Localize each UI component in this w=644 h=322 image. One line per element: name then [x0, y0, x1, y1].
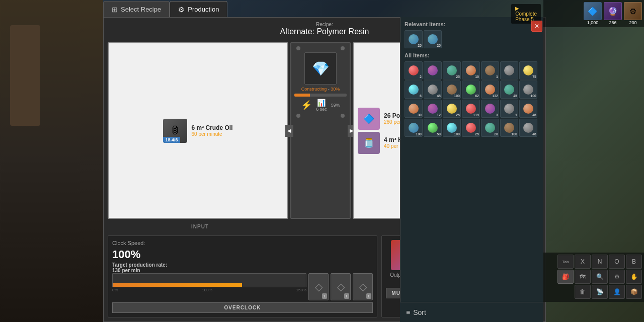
list-item[interactable]: [424, 61, 442, 79]
list-item[interactable]: 132: [481, 80, 499, 99]
select-recipe-icon: ⊞: [112, 6, 118, 14]
machine-progress-bar: [294, 94, 347, 97]
relevant-item-2[interactable]: 25: [424, 30, 442, 48]
shard-slot-1[interactable]: ◇ 1: [308, 273, 329, 300]
input-panel-label: INPUT: [108, 224, 292, 229]
machine-status: Constructing - 30%: [301, 87, 340, 92]
list-item[interactable]: 6: [405, 80, 423, 99]
toolbar-icon-extra[interactable]: 📦: [626, 285, 642, 299]
list-item[interactable]: 3: [481, 100, 499, 118]
list-item[interactable]: 12: [424, 100, 442, 118]
all-items-title: All Items:: [405, 52, 539, 58]
list-item[interactable]: 100: [443, 119, 461, 137]
tab-production-label: Production: [188, 6, 219, 13]
sort-label: Sort: [413, 308, 426, 316]
clock-title: Clock Speed:: [112, 240, 373, 246]
relevant-item-1[interactable]: 25: [405, 30, 423, 48]
shard-slot-2[interactable]: ◇ 1: [331, 273, 351, 300]
top-item-1-count: 1,000: [587, 20, 599, 25]
list-item[interactable]: 100: [500, 119, 518, 137]
tab-select-recipe[interactable]: ⊞ Select Recipe: [103, 1, 170, 17]
toolbar-icon-search[interactable]: 🔍: [592, 270, 608, 284]
toolbar-icon-settings2[interactable]: ⚙: [609, 270, 625, 284]
machine-lightning-stat: ⚡: [301, 100, 312, 111]
top-item-1: 🔷 1,000: [584, 2, 602, 25]
toolbar-row-1: Tab X N O B: [545, 255, 642, 269]
list-item[interactable]: 25: [443, 100, 461, 118]
list-item[interactable]: 2: [405, 61, 423, 79]
toolbar-icon-map[interactable]: 🗺: [575, 270, 591, 284]
top-item-2: 🔮 256: [604, 2, 622, 25]
tab-select-recipe-label: Select Recipe: [121, 6, 161, 13]
list-item[interactable]: 119: [462, 100, 480, 118]
list-item[interactable]: 100: [443, 80, 461, 99]
bar-label-0: 0%: [112, 288, 118, 292]
list-item[interactable]: 100: [405, 119, 423, 137]
right-game-ui: ▶ Complete Phase 5 🔷 1,000 🔮 256 ⚙ 200: [543, 0, 644, 322]
overclock-bar-fill: [113, 283, 242, 287]
relevant-items-grid: 25 25: [405, 30, 539, 48]
toolbar-icon-x[interactable]: X: [575, 255, 591, 269]
machine-efficiency-stat: 59%: [331, 103, 340, 108]
list-item[interactable]: 62: [462, 80, 480, 99]
list-item[interactable]: 1: [500, 100, 518, 118]
production-icon: ⚙: [178, 6, 185, 14]
machine-time: 6 sec: [316, 107, 327, 112]
toolbar-icon-hand[interactable]: ✋: [626, 270, 642, 284]
overclock-button[interactable]: OVERCLOCK: [112, 302, 373, 313]
crude-oil-name: 6 m³ Crude Oil: [191, 124, 232, 131]
list-item[interactable]: 45: [424, 80, 442, 99]
tab-production[interactable]: ⚙ Production: [170, 1, 227, 17]
target-unit: per min: [122, 268, 140, 273]
dot-left: [296, 46, 300, 50]
toolbar-icon-inventory[interactable]: 🎒: [557, 270, 574, 284]
objective-prefix: ▶: [515, 6, 519, 11]
toolbar-icon-delete[interactable]: 🗑: [575, 285, 591, 299]
overclock-bar: [112, 273, 306, 287]
toolbar-icon-wifi[interactable]: 📡: [592, 285, 608, 299]
top-item-3-count: 200: [629, 20, 636, 25]
top-item-2-count: 256: [609, 20, 616, 25]
list-item[interactable]: 25: [462, 119, 480, 137]
dot-right: [341, 46, 345, 50]
list-item[interactable]: 1: [481, 61, 499, 79]
crude-oil-count: 18.4/6: [163, 137, 180, 143]
top-item-2-icon: 🔮: [604, 2, 622, 20]
top-item-3-icon: ⚙: [624, 2, 642, 20]
shard-slot-3[interactable]: ◇ 1: [353, 273, 373, 300]
list-item[interactable]: 46: [519, 119, 537, 137]
toolbar-row-2: 🎒 🗺 🔍 ⚙ ✋: [545, 270, 642, 284]
polymer-resin-icon: 🔷: [358, 108, 380, 130]
close-button[interactable]: ✕: [531, 21, 542, 32]
clock-icon: 📊: [317, 99, 326, 107]
sort-icon: ≡: [406, 308, 410, 316]
list-item[interactable]: 75: [519, 61, 537, 79]
clock-section: Clock Speed: 100% Target production rate…: [108, 235, 377, 317]
prev-recipe-button[interactable]: ◀: [285, 125, 293, 137]
list-item[interactable]: 25: [443, 61, 461, 79]
target-value: 130: [112, 268, 121, 273]
machine-efficiency: 59%: [331, 103, 340, 108]
list-item[interactable]: 20: [481, 119, 499, 137]
crude-oil-info: 6 m³ Crude Oil 60 per minute: [191, 124, 232, 137]
machine-stats: ⚡ 📊 6 sec 59%: [301, 99, 340, 112]
list-item[interactable]: 46: [519, 100, 537, 118]
list-item[interactable]: 58: [424, 119, 442, 137]
toolbar-icon-tab[interactable]: Tab: [557, 255, 574, 269]
list-item[interactable]: 45: [500, 80, 518, 99]
machine-time-stat: 📊 6 sec: [316, 99, 327, 112]
machine-progress-fill: [294, 94, 310, 97]
machine-panel: 💎 Constructing - 30% ⚡ 📊 6 sec: [290, 42, 351, 219]
list-item[interactable]: [500, 61, 518, 79]
list-item[interactable]: 10: [462, 61, 480, 79]
machine-top-dots: [294, 46, 347, 50]
toolbar-icon-person[interactable]: 👤: [609, 285, 625, 299]
clock-value: 100%: [112, 248, 373, 261]
top-item-1-icon: 🔷: [584, 2, 602, 20]
sort-button[interactable]: ≡ Sort: [406, 308, 426, 316]
toolbar-icon-o[interactable]: O: [609, 255, 625, 269]
toolbar-icon-b[interactable]: B: [626, 255, 642, 269]
list-item[interactable]: 100: [519, 80, 537, 99]
toolbar-icon-n[interactable]: N: [592, 255, 608, 269]
list-item[interactable]: 30: [405, 100, 423, 118]
